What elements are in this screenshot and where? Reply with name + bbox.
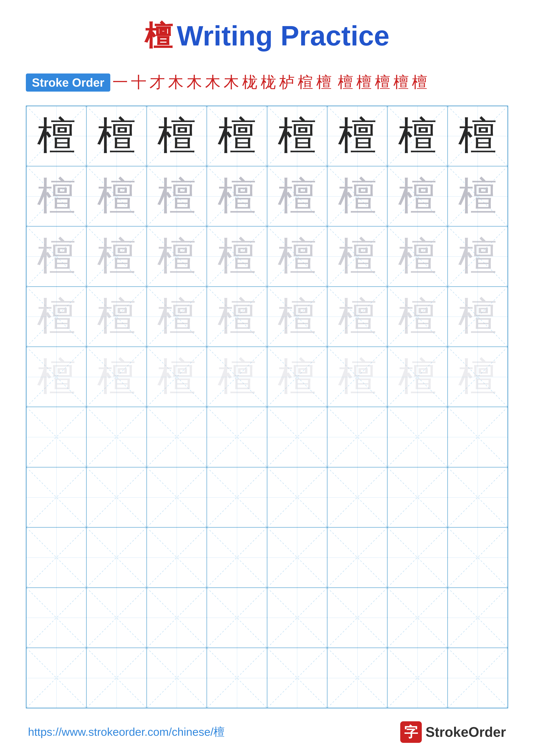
practice-char: 檀 [458,237,497,276]
grid-cell[interactable]: 檀 [207,106,267,166]
grid-cell[interactable] [387,648,447,708]
grid-cell[interactable] [447,648,508,708]
grid-cell[interactable] [147,588,207,648]
grid-cell[interactable] [207,588,267,648]
grid-cell[interactable]: 檀 [327,347,387,407]
grid-cell[interactable]: 檀 [267,347,327,407]
grid-cell[interactable]: 檀 [447,286,508,347]
grid-cell[interactable] [267,527,327,587]
footer-logo-icon: 字 [400,721,422,743]
practice-char: 檀 [398,358,437,396]
grid-cell[interactable]: 檀 [87,226,146,286]
grid-cell[interactable]: 檀 [327,106,387,166]
grid-cell[interactable]: 檀 [147,286,207,347]
grid-cell[interactable]: 檀 [447,226,508,286]
grid-cell[interactable] [26,648,87,708]
grid-cell[interactable] [87,407,146,467]
grid-cell[interactable] [387,588,447,648]
grid-cell[interactable] [207,648,267,708]
grid-cell[interactable]: 檀 [267,166,327,226]
grid-cell[interactable] [447,467,508,527]
grid-cell[interactable] [327,467,387,527]
grid-cell[interactable] [387,407,447,467]
grid-cell[interactable]: 檀 [327,226,387,286]
footer: https://www.strokeorder.com/chinese/檀 字 … [26,721,508,743]
grid-cell[interactable]: 檀 [87,166,146,226]
grid-cell[interactable]: 檀 [207,166,267,226]
grid-cell[interactable]: 檀 [387,347,447,407]
grid-cell[interactable] [327,648,387,708]
grid-cell[interactable] [87,588,146,648]
grid-cell[interactable] [26,527,87,587]
grid-cell[interactable] [26,407,87,467]
grid-cell[interactable] [267,648,327,708]
grid-cell[interactable]: 檀 [207,286,267,347]
grid-cell[interactable] [26,588,87,648]
grid-cell[interactable]: 檀 [327,286,387,347]
grid-cell[interactable] [87,648,146,708]
grid-cell[interactable]: 檀 [26,286,87,347]
grid-cell[interactable]: 檀 [267,106,327,166]
grid-cell[interactable]: 檀 [267,286,327,347]
grid-cell[interactable] [147,527,207,587]
grid-cell[interactable] [87,467,146,527]
grid-cell[interactable] [327,588,387,648]
grid-cell[interactable] [447,527,508,587]
grid-cell[interactable] [447,588,508,648]
grid-cell[interactable]: 檀 [147,226,207,286]
grid-cell[interactable]: 檀 [387,166,447,226]
grid-cell[interactable]: 檀 [26,166,87,226]
grid-cell[interactable] [147,467,207,527]
grid-cell[interactable]: 檀 [26,347,87,407]
svg-line-96 [27,468,86,527]
grid-cell[interactable] [87,527,146,587]
grid-cell[interactable]: 檀 [447,166,508,226]
grid-cell[interactable] [267,467,327,527]
grid-cell[interactable] [147,648,207,708]
grid-cell[interactable]: 檀 [87,106,146,166]
grid-cell[interactable] [267,588,327,648]
stroke-2: 十 [131,72,146,93]
grid-cell[interactable]: 檀 [207,347,267,407]
grid-cell[interactable]: 檀 [387,286,447,347]
grid-cell[interactable] [387,527,447,587]
footer-url[interactable]: https://www.strokeorder.com/chinese/檀 [28,724,225,740]
grid-cell[interactable]: 檀 [26,226,87,286]
practice-char: 檀 [278,297,317,336]
grid-cell[interactable] [327,407,387,467]
grid-cell[interactable] [207,467,267,527]
grid-cell[interactable]: 檀 [387,226,447,286]
grid-cell[interactable] [147,407,207,467]
grid-cell[interactable]: 檀 [327,166,387,226]
svg-line-128 [27,588,86,648]
grid-cell[interactable] [327,527,387,587]
svg-line-106 [327,468,387,527]
grid-cell[interactable]: 檀 [447,347,508,407]
svg-line-81 [27,407,86,467]
stroke-13: 檀 [338,72,353,93]
svg-line-127 [448,527,507,587]
grid-cell[interactable]: 檀 [26,106,87,166]
title-chinese-char: 檀 [144,20,172,51]
grid-cell[interactable]: 檀 [87,347,146,407]
grid-cell[interactable] [207,527,267,587]
grid-cell[interactable]: 檀 [267,226,327,286]
svg-line-119 [207,527,267,587]
svg-line-82 [87,407,146,467]
stroke-1: 一 [113,72,128,93]
grid-cell[interactable] [207,407,267,467]
grid-cell[interactable] [387,467,447,527]
grid-cell[interactable]: 檀 [447,106,508,166]
grid-cell[interactable]: 檀 [87,286,146,347]
grid-cell[interactable]: 檀 [147,347,207,407]
grid-row: 檀檀檀檀檀檀檀檀 [26,286,508,347]
grid-cell[interactable] [267,407,327,467]
grid-cell[interactable]: 檀 [147,166,207,226]
grid-cell[interactable]: 檀 [387,106,447,166]
grid-cell[interactable] [26,467,87,527]
grid-cell[interactable] [447,407,508,467]
practice-char: 檀 [97,237,136,276]
grid-cell[interactable]: 檀 [207,226,267,286]
grid-cell[interactable]: 檀 [147,106,207,166]
svg-line-108 [388,468,447,527]
